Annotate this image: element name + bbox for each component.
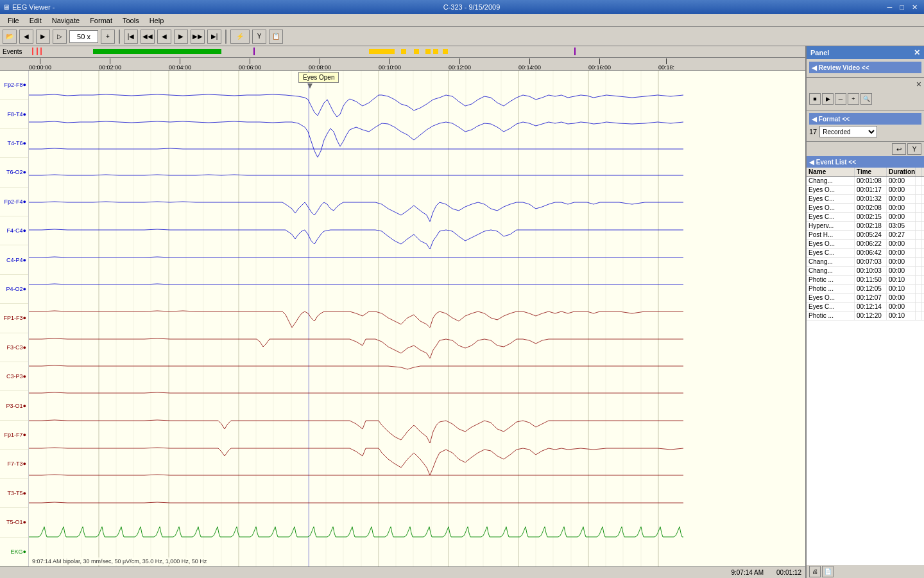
ch-label-c4p4: C4-P4● [0, 245, 28, 274]
event-row-1[interactable]: Eyes O... 00:01:17 00:00 [807, 186, 924, 195]
event-time-11: 00:11:50 [855, 276, 887, 284]
event-row-4[interactable]: Eyes C... 00:02:15 00:00 [807, 213, 924, 222]
nav-back-btn[interactable]: ◀ [157, 30, 171, 44]
event-row-5[interactable]: Hyperv... 00:02:18 03:05 [807, 222, 924, 231]
event-row-9[interactable]: Chang... 00:07:03 00:00 [807, 258, 924, 267]
event-print-btn[interactable]: 🖨 [809, 566, 821, 577]
zoom-in-btn[interactable]: + [101, 30, 115, 44]
speed-display[interactable]: 50 x [69, 30, 98, 43]
menu-help[interactable]: Help [144, 15, 169, 26]
event-extra-5 [916, 222, 922, 230]
event-row-2[interactable]: Eyes C... 00:01:32 00:00 [807, 195, 924, 204]
event-name-8: Eyes C... [807, 249, 855, 257]
play-btn[interactable]: ▶ [36, 30, 50, 44]
format-header[interactable]: ◀ Format << [809, 113, 921, 125]
event-duration-14: 00:00 [887, 302, 916, 311]
event-row-0[interactable]: Chang... 00:01:08 00:00 [807, 177, 924, 186]
close-btn[interactable]: ✕ [908, 3, 921, 12]
nav-back-fast-btn[interactable]: ◀◀ [141, 30, 155, 44]
event-extra-7 [916, 240, 922, 248]
ch-label-f7t3: F7-T3● [0, 450, 28, 478]
filter-btn[interactable]: Y [907, 143, 921, 155]
event-row-15[interactable]: Photic ... 00:12:20 00:10 [807, 311, 924, 320]
event-extra-8 [916, 249, 922, 257]
minus-btn[interactable]: ─ [835, 93, 846, 105]
format-label: 17 [809, 128, 817, 136]
menu-format[interactable]: Format [85, 15, 117, 26]
event-row-12[interactable]: Photic ... 00:12:05 00:10 [807, 285, 924, 293]
tick-7: 00:14:00 [518, 58, 541, 71]
ch-label-t4t6: T4-T6● [0, 129, 28, 158]
nav-start-btn[interactable]: |◀ [124, 30, 138, 44]
montage-btn[interactable]: Y [252, 30, 266, 44]
event-row-11[interactable]: Photic ... 00:11:50 00:10 [807, 276, 924, 285]
menubar: File Edit Navigate Format Tools Help [0, 14, 924, 27]
event-row-10[interactable]: Chang... 00:10:03 00:00 [807, 267, 924, 276]
event-duration-3: 00:00 [887, 204, 916, 212]
event-name-5: Hyperv... [807, 222, 855, 230]
event-row-13[interactable]: Eyes O... 00:12:07 00:00 [807, 293, 924, 302]
prev-btn[interactable]: ◀ [19, 30, 33, 44]
subtitle-text: C-323 - 9/15/2009 [60, 3, 883, 11]
event-row-6[interactable]: Post H... 00:05:24 00:27 [807, 231, 924, 240]
print-btn[interactable]: 📋 [269, 30, 283, 44]
eeg-area: Events 00:00:00 00:02:00 [0, 46, 805, 578]
format-dropdown[interactable]: Recorded [819, 126, 877, 137]
tick-2: 00:04:00 [169, 58, 191, 71]
trace-fp1f3 [29, 311, 683, 328]
nav-fwd-btn[interactable]: ▶ [174, 30, 188, 44]
event-extra-9 [916, 258, 922, 266]
undo-btn[interactable]: ↩ [892, 143, 906, 155]
event-name-1: Eyes O... [807, 186, 855, 194]
panel-close-btn[interactable]: ✕ [914, 48, 920, 57]
event-duration-12: 00:10 [887, 285, 916, 293]
event-row-14[interactable]: Eyes C... 00:12:14 00:00 [807, 302, 924, 311]
maximize-btn[interactable]: □ [896, 3, 908, 11]
event-name-7: Eyes O... [807, 240, 855, 248]
trace-t6o2 [29, 175, 683, 175]
event-extra-15 [916, 311, 922, 320]
traces-area[interactable]: Eyes Open [29, 71, 805, 566]
event-export-btn[interactable]: 📄 [822, 566, 834, 577]
event-marker-yellow4 [425, 49, 431, 54]
col-name: Name [807, 168, 855, 176]
event-extra-2 [916, 195, 922, 203]
ch-label-f4c4: F4-C4● [0, 216, 28, 245]
timeline-track[interactable]: 00:00:00 00:02:00 00:04:00 00:06:00 00:0… [29, 58, 805, 70]
event-row-3[interactable]: Eyes O... 00:02:08 00:00 [807, 204, 924, 213]
playback-section: ■ ▶ ─ + 🔍 [807, 91, 924, 110]
menu-navigate[interactable]: Navigate [47, 15, 85, 26]
open-btn[interactable]: 📂 [3, 30, 17, 44]
minimize-btn[interactable]: ─ [884, 3, 896, 11]
event-row-7[interactable]: Eyes O... 00:06:22 00:00 [807, 240, 924, 249]
plus-btn[interactable]: + [848, 93, 859, 105]
menu-file[interactable]: File [3, 15, 24, 26]
stop-btn[interactable]: ■ [809, 93, 821, 105]
tick-9: 00:18: [658, 58, 674, 71]
event-duration-13: 00:00 [887, 293, 916, 302]
event-duration-10: 00:00 [887, 267, 916, 275]
statusbar: 9:07:14 AM 00:01:12 [0, 566, 805, 578]
next-btn[interactable]: ▷ [53, 30, 67, 44]
trace-t4t6 [29, 148, 683, 149]
nav-fwd-fast-btn[interactable]: ▶▶ [191, 30, 205, 44]
event-time-14: 00:12:14 [855, 302, 887, 311]
channel-area: Fp2-F8● F8-T4● T4-T6● T6-O2● Fp2-F4● F4-… [0, 71, 805, 566]
event-table-body[interactable]: Chang... 00:01:08 00:00 Eyes O... 00:01:… [807, 177, 924, 565]
play-panel-btn[interactable]: ▶ [822, 93, 834, 105]
menu-edit[interactable]: Edit [24, 15, 47, 26]
sensitivity-btn[interactable]: ⚡ [230, 30, 250, 44]
trace-status: 9:07:14 AM bipolar, 30 mm/sec, 50 µV/cm,… [30, 557, 209, 565]
event-marker-yellow3 [414, 49, 419, 54]
menu-tools[interactable]: Tools [117, 15, 144, 26]
nav-end-btn[interactable]: ▶| [207, 30, 221, 44]
event-list-section: ◀ Event List << Name Time Duration Chang… [807, 156, 924, 578]
panel-x-btn[interactable]: × [807, 78, 924, 91]
event-extra-6 [916, 231, 922, 239]
search-panel-btn[interactable]: 🔍 [860, 93, 872, 105]
right-panel: Panel ✕ ◀ Review Video << × ■ ▶ ─ + 🔍 [805, 46, 924, 578]
review-video-header[interactable]: ◀ Review Video << [809, 62, 921, 73]
event-row-8[interactable]: Eyes C... 00:06:42 00:00 [807, 249, 924, 258]
event-list-header[interactable]: ◀ Event List << [807, 156, 924, 168]
event-marker-yellow5 [433, 49, 438, 54]
